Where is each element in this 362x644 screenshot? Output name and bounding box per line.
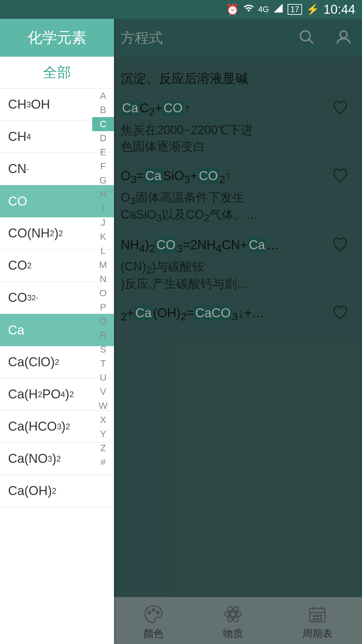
alarm-icon: ⏰ [226, 3, 239, 16]
alpha-letter[interactable]: J [92, 216, 114, 230]
alpha-letter[interactable]: P [92, 300, 114, 314]
alpha-letter[interactable]: O [92, 286, 114, 300]
alpha-letter[interactable]: K [92, 230, 114, 244]
alpha-letter[interactable]: R [92, 328, 114, 342]
drawer-overlay[interactable] [114, 19, 362, 644]
alpha-letter[interactable]: H [92, 187, 114, 202]
alpha-letter[interactable]: Z [92, 441, 114, 455]
alpha-letter[interactable]: N [92, 272, 114, 286]
alpha-letter[interactable]: Q [92, 314, 114, 328]
alpha-letter[interactable]: # [92, 455, 114, 469]
drawer-all-button[interactable]: 全部 [0, 57, 114, 89]
battery-icon: 17 [288, 4, 302, 15]
alpha-letter[interactable]: A [92, 89, 114, 103]
alpha-letter[interactable]: B [92, 103, 114, 117]
clock: 10:44 [323, 2, 355, 17]
alpha-letter[interactable]: M [92, 258, 114, 272]
alpha-letter[interactable]: S [92, 342, 114, 357]
charge-icon: ⚡ [306, 3, 319, 16]
alpha-letter[interactable]: C [92, 117, 114, 131]
status-bar: ⏰ 4G 17 ⚡ 10:44 [0, 0, 362, 19]
alpha-letter[interactable]: X [92, 413, 114, 427]
alpha-letter[interactable]: V [92, 385, 114, 399]
alpha-letter[interactable]: G [92, 173, 114, 187]
alpha-letter[interactable]: U [92, 371, 114, 385]
network-icon: 4G [258, 5, 269, 14]
signal-icon [273, 3, 284, 16]
alpha-index: ABCDEFGHIJKLMNOPQRSTUVWXYZ# [92, 89, 114, 469]
wifi-icon [243, 3, 254, 16]
drawer-title: 化学元素 [0, 19, 114, 57]
alpha-letter[interactable]: T [92, 357, 114, 371]
alpha-letter[interactable]: D [92, 131, 114, 145]
drawer-item[interactable]: Ca(OH)2 [0, 475, 114, 507]
alpha-letter[interactable]: W [92, 399, 114, 413]
alpha-letter[interactable]: F [92, 159, 114, 173]
alpha-letter[interactable]: Y [92, 427, 114, 441]
alpha-letter[interactable]: L [92, 244, 114, 258]
alpha-letter[interactable]: E [92, 145, 114, 159]
alpha-letter[interactable]: I [92, 202, 114, 216]
